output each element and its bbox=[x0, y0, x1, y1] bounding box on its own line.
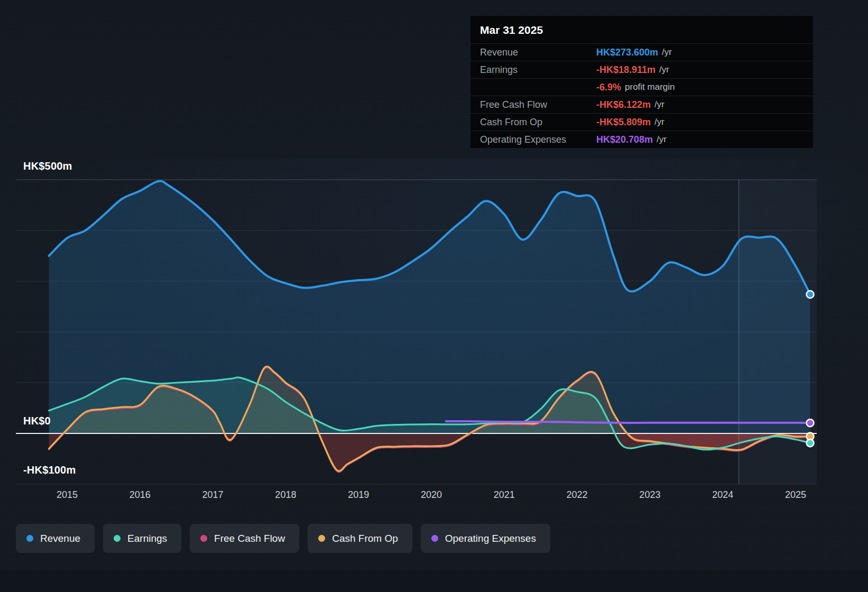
x-axis-label: 2016 bbox=[130, 489, 151, 501]
tooltip-row-suffix: /yr bbox=[654, 99, 664, 110]
tooltip-row-value: -HK$6.122m bbox=[596, 99, 651, 110]
cash-from-op-dot-icon bbox=[318, 535, 325, 542]
tooltip-row-suffix: /yr bbox=[659, 64, 669, 75]
earnings-end-marker bbox=[807, 439, 814, 447]
tooltip-row-value: HK$273.600m bbox=[596, 47, 658, 58]
legend-label: Operating Expenses bbox=[445, 533, 536, 544]
legend-label: Cash From Op bbox=[332, 533, 398, 544]
tooltip: Mar 31 2025 RevenueHK$273.600m/yrEarning… bbox=[470, 16, 813, 148]
earnings-revenue-history-chart: HK$500m HK$0 -HK$100m 201520162017201820… bbox=[0, 0, 868, 592]
recent-period-highlight bbox=[739, 180, 817, 484]
y-axis-label-zero: HK$0 bbox=[23, 415, 51, 427]
legend-label: Earnings bbox=[127, 533, 167, 544]
x-axis-label: 2020 bbox=[421, 489, 442, 501]
revenue-dot-icon bbox=[26, 535, 33, 542]
tooltip-row: RevenueHK$273.600m/yr bbox=[470, 43, 813, 61]
tooltip-row-label: Free Cash Flow bbox=[480, 99, 596, 110]
tooltip-date: Mar 31 2025 bbox=[470, 16, 813, 43]
legend-label: Revenue bbox=[40, 533, 80, 544]
legend-free-cash-flow[interactable]: Free Cash Flow bbox=[190, 524, 299, 553]
legend-cash-from-op[interactable]: Cash From Op bbox=[308, 524, 412, 553]
x-axis-label: 2015 bbox=[57, 489, 78, 501]
operating-expenses-dot-icon bbox=[431, 535, 438, 542]
x-axis-label: 2023 bbox=[639, 489, 660, 501]
tooltip-row-suffix: /yr bbox=[657, 134, 667, 145]
footer-bar bbox=[0, 571, 868, 592]
tooltip-row: Cash From Op-HK$5.809m/yr bbox=[470, 113, 813, 131]
operating-expenses-end-marker bbox=[807, 419, 814, 427]
x-axis-label: 2024 bbox=[712, 489, 733, 501]
tooltip-row-value: HK$20.708m bbox=[596, 134, 653, 145]
tooltip-row-value: -HK$5.809m bbox=[596, 117, 651, 128]
tooltip-row-value: -HK$18.911m bbox=[596, 64, 655, 76]
legend-revenue[interactable]: Revenue bbox=[16, 524, 95, 553]
tooltip-row: -6.9%profit margin bbox=[470, 78, 813, 96]
tooltip-row-suffix: profit margin bbox=[625, 82, 675, 92]
tooltip-rows: RevenueHK$273.600m/yrEarnings-HK$18.911m… bbox=[470, 43, 813, 148]
x-axis-label: 2018 bbox=[275, 489, 296, 501]
tooltip-row-label: Revenue bbox=[480, 47, 596, 58]
x-axis-label: 2017 bbox=[202, 489, 224, 501]
tooltip-row-suffix: /yr bbox=[662, 47, 672, 58]
y-axis-label-neg100m: -HK$100m bbox=[23, 464, 76, 476]
x-axis-label: 2022 bbox=[567, 489, 588, 501]
legend-earnings[interactable]: Earnings bbox=[103, 524, 181, 553]
free-cash-flow-dot-icon bbox=[200, 535, 207, 542]
tooltip-row-label: Cash From Op bbox=[480, 117, 596, 128]
tooltip-row-label: Earnings bbox=[480, 64, 596, 76]
revenue-end-marker bbox=[807, 291, 814, 298]
x-axis: 2015201620172018201920202021202220232024… bbox=[0, 489, 868, 503]
tooltip-row-label: Operating Expenses bbox=[480, 134, 596, 145]
x-axis-label: 2025 bbox=[785, 489, 806, 501]
tooltip-row: Free Cash Flow-HK$6.122m/yr bbox=[470, 96, 813, 113]
legend-label: Free Cash Flow bbox=[214, 533, 285, 544]
earnings-dot-icon bbox=[114, 535, 121, 542]
tooltip-row: Operating ExpensesHK$20.708m/yr bbox=[470, 131, 813, 148]
tooltip-row: Earnings-HK$18.911m/yr bbox=[470, 61, 813, 78]
y-axis-label-500m: HK$500m bbox=[23, 160, 72, 172]
tooltip-row-suffix: /yr bbox=[654, 117, 664, 127]
legend-operating-expenses[interactable]: Operating Expenses bbox=[421, 524, 550, 553]
x-axis-label: 2021 bbox=[494, 489, 515, 501]
tooltip-row-value: -6.9% bbox=[596, 82, 621, 93]
chart-plot-area[interactable] bbox=[0, 159, 868, 486]
x-axis-label: 2019 bbox=[348, 489, 369, 501]
legend: RevenueEarningsFree Cash FlowCash From O… bbox=[16, 524, 550, 553]
